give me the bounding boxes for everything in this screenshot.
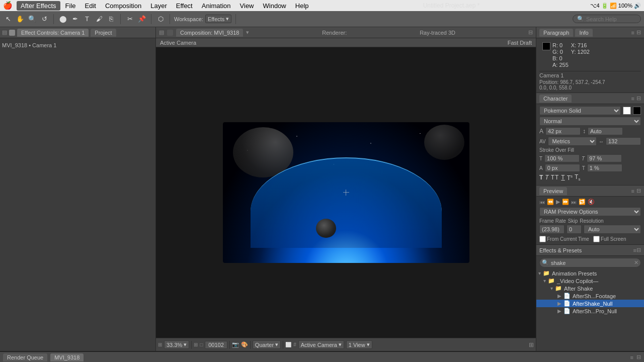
prev-loop-icon[interactable]: 🔁 [579, 199, 586, 205]
comp-panel-menu-icon[interactable]: ▤ [159, 29, 164, 36]
prev-prev-frame-icon[interactable]: ⏪ [547, 199, 554, 205]
prev-mute-icon[interactable]: 🔇 [588, 199, 595, 205]
font-size-input[interactable] [545, 127, 581, 135]
info-tab[interactable]: Info [575, 29, 592, 37]
prev-collapse-icon[interactable]: ⊟ [636, 188, 641, 194]
skip-input[interactable] [567, 225, 582, 234]
comp-expand-icon[interactable]: ⊞ [529, 341, 534, 348]
menu-effect[interactable]: Effect [172, 1, 197, 11]
menu-file[interactable]: File [61, 1, 80, 11]
tree-video-copilot[interactable]: ▾ 📁 _Video Copilot— [536, 277, 644, 285]
type-tool-icon[interactable]: T [82, 14, 92, 24]
puppet-tool-icon[interactable]: 📌 [137, 14, 147, 24]
select-tool-icon[interactable]: ↖ [3, 14, 13, 24]
search-help-input[interactable] [586, 16, 636, 22]
timeline-options-icon[interactable]: ≡ [630, 354, 633, 360]
effects-search-clear-icon[interactable]: ✕ [634, 259, 638, 266]
pen-tool-icon[interactable]: ✒ [70, 14, 80, 24]
char-options-icon[interactable]: ≡ [631, 96, 634, 102]
3d-tool-icon[interactable]: ⬡ [155, 14, 166, 24]
prev-next-frame-icon[interactable]: ⏩ [562, 199, 569, 205]
frame-rate-input[interactable] [539, 225, 565, 234]
timeline-comp-tab[interactable]: MVI_9318 [50, 353, 84, 361]
effects-collapse-icon[interactable]: ⊟ [636, 247, 641, 253]
panel-menu-icon[interactable]: ▤ [2, 29, 7, 36]
bold-icon[interactable]: T [539, 174, 543, 181]
renderer-value[interactable]: Ray-traced 3D [420, 30, 455, 36]
resolution-dropdown[interactable]: Auto [584, 225, 641, 234]
font-style-dropdown[interactable]: Normal [539, 117, 641, 126]
prev-play-icon[interactable]: ▶ [556, 199, 560, 205]
tree-aftershake-null[interactable]: ▶ 📄 AfterShake_Null [536, 300, 644, 307]
menu-view[interactable]: View [236, 1, 258, 11]
effects-search-input[interactable] [551, 260, 634, 266]
paragraph-tab[interactable]: Paragraph [539, 29, 573, 37]
menu-window[interactable]: Window [259, 1, 290, 11]
toggle-grid-icon[interactable]: # [293, 342, 296, 347]
prev-skip-end-icon[interactable]: ⏭ [571, 199, 577, 205]
toggle-transparency-icon[interactable]: ⬜ [285, 342, 291, 347]
snapshot-icon[interactable]: 📷 [232, 341, 239, 348]
zoom-dropdown[interactable]: 33.3% ▾ [164, 340, 189, 349]
stroke-color-swatch[interactable] [633, 107, 641, 115]
tracking-input[interactable] [606, 137, 641, 145]
italic-icon[interactable]: T [545, 174, 548, 181]
from-current-checkbox[interactable] [539, 236, 546, 242]
project-tab[interactable]: Project [91, 29, 116, 37]
menu-help[interactable]: Help [291, 1, 313, 11]
render-queue-tab[interactable]: Render Queue [3, 353, 47, 361]
char-collapse-icon[interactable]: ⊟ [636, 95, 641, 102]
shape-tool-icon[interactable]: ⬤ [58, 14, 68, 24]
effects-presets-tab[interactable]: Effects & Presets [539, 247, 582, 253]
panel-collapse-icon[interactable]: ⊟ [636, 29, 641, 36]
menu-layer[interactable]: Layer [146, 1, 171, 11]
comp-collapse-icon[interactable]: ⊟ [528, 29, 533, 36]
tsf-input[interactable] [587, 164, 622, 172]
menu-edit[interactable]: Edit [81, 1, 100, 11]
zoom-tool-icon[interactable]: 🔍 [27, 14, 37, 24]
full-screen-checkbox[interactable] [593, 236, 600, 242]
tree-animation-presets[interactable]: ▾ 📁 Animation Presets [536, 269, 644, 277]
search-help-box[interactable]: 🔍 [573, 15, 641, 23]
panel-options-icon[interactable]: ≡ [631, 30, 634, 36]
apple-logo-icon[interactable]: 🍎 [3, 1, 13, 10]
prev-options-icon[interactable]: ≡ [631, 188, 634, 194]
ram-preview-dropdown[interactable]: RAM Preview Options [539, 207, 641, 216]
baseline-input[interactable] [545, 164, 580, 172]
camera-view-dropdown[interactable]: Active Camera ▾ [298, 340, 344, 349]
tree-after-shake[interactable]: ▾ 📁 After Shake [536, 285, 644, 292]
roto-tool-icon[interactable]: ✂ [125, 14, 135, 24]
scale-v-input[interactable] [587, 154, 622, 162]
character-tab[interactable]: Character [539, 95, 572, 103]
rotate-tool-icon[interactable]: ↺ [39, 14, 49, 24]
timeline-collapse-icon[interactable]: ⊟ [636, 354, 641, 360]
effect-controls-tab[interactable]: Effect Controls: Camera 1 [17, 29, 89, 37]
underline-icon[interactable]: T [561, 174, 565, 181]
preview-tab[interactable]: Preview [539, 187, 567, 195]
font-color-swatch[interactable] [623, 107, 631, 115]
composition-tab[interactable]: Composition: MVI_9318 [176, 29, 243, 37]
font-family-dropdown[interactable]: Pokemon Solid [539, 106, 621, 115]
brush-tool-icon[interactable]: 🖌 [94, 14, 104, 24]
color-swatch[interactable] [542, 42, 550, 50]
menu-after-effects[interactable]: After Effects [17, 1, 60, 11]
scale-h-input[interactable] [544, 154, 580, 162]
leading-input[interactable] [588, 127, 623, 135]
timecode-display[interactable]: 00102 [205, 341, 227, 349]
menu-animation[interactable]: Animation [198, 1, 235, 11]
effects-search-box[interactable]: 🔍 ✕ [539, 258, 641, 267]
comp-view[interactable] [156, 47, 536, 338]
clone-tool-icon[interactable]: ⎘ [106, 14, 116, 24]
quality-dropdown[interactable]: Quarter ▾ [253, 340, 281, 349]
subscript-icon[interactable]: Ts [575, 173, 580, 182]
view-layout-dropdown[interactable]: 1 View ▾ [346, 340, 372, 349]
tree-aftersh-pro-null[interactable]: ▶ 📄 AfterSh...Pro_Null [536, 307, 644, 315]
superscript-icon[interactable]: Ts [567, 174, 573, 182]
prev-skip-start-icon[interactable]: ⏮ [539, 199, 545, 205]
kerning-dropdown[interactable]: Metrics [548, 137, 597, 146]
all-caps-icon[interactable]: TT [551, 174, 559, 181]
workspace-dropdown[interactable]: Effects ▾ [205, 15, 231, 23]
menu-composition[interactable]: Composition [101, 1, 145, 11]
hand-tool-icon[interactable]: ✋ [15, 14, 25, 24]
tree-aftersh-footage[interactable]: ▶ 📄 AfterSh...Footage [536, 292, 644, 300]
